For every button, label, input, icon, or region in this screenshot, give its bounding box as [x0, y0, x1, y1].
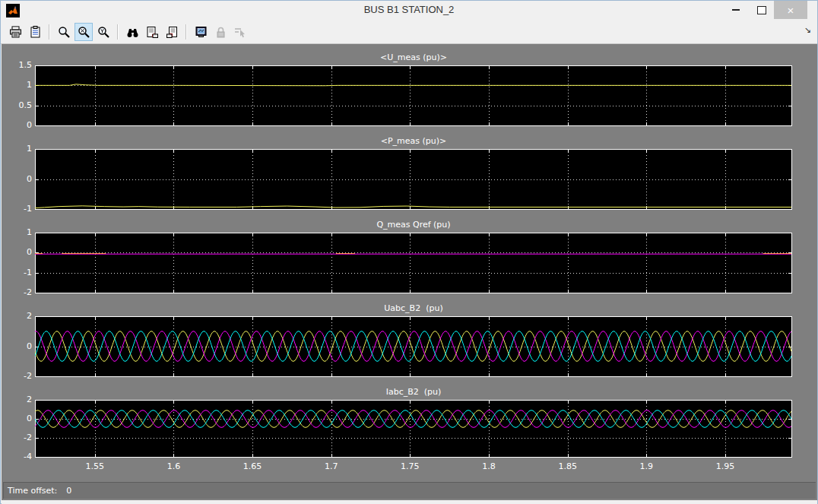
restore-axes-button[interactable]: [163, 23, 181, 41]
plot-canvas[interactable]: [35, 149, 792, 210]
y-tick-label: -2: [6, 287, 32, 297]
plot-canvas[interactable]: [35, 400, 792, 458]
plot-canvas[interactable]: [35, 65, 792, 126]
y-tick-label: 1: [6, 80, 32, 90]
signal-selection-button[interactable]: [231, 23, 249, 41]
zoom-x-button[interactable]: [75, 23, 93, 41]
window-title: BUS B1 STATION_2: [1, 4, 817, 15]
scope-plot-area: Time offset: 0 <U_meas (pu)>00.511.5<P_m…: [2, 44, 817, 500]
y-tick-label: 0: [6, 120, 32, 130]
save-axes-button[interactable]: [143, 23, 161, 41]
zoom-x-icon: [78, 26, 90, 39]
close-button[interactable]: ×: [774, 1, 807, 19]
plot-title: <P_meas (pu)>: [35, 136, 792, 146]
toolbar-separator: [117, 24, 119, 40]
y-tick-label: 0: [6, 341, 32, 351]
title-bar[interactable]: BUS B1 STATION_2 ×: [1, 1, 817, 21]
status-bar: Time offset: 0: [3, 482, 816, 499]
y-tick-label: 1: [6, 144, 32, 154]
y-tick-label: -2: [6, 433, 32, 442]
toolbar-overflow-icon[interactable]: ↘: [804, 25, 811, 35]
lock-icon: [214, 26, 227, 39]
y-tick-label: 2: [6, 311, 32, 321]
plot-canvas[interactable]: [35, 233, 792, 293]
scope-toolbar: [1, 21, 817, 44]
plot-title: Uabc_B2 (pu): [35, 303, 792, 313]
x-tick-label: 1.65: [236, 461, 269, 471]
y-tick-label: 0: [6, 174, 32, 184]
close-icon: ×: [788, 4, 794, 17]
restore-axes-icon: [166, 26, 179, 39]
time-offset-label: Time offset:: [8, 486, 57, 496]
autoscale-button[interactable]: [123, 23, 141, 41]
window-bottom-frame: [2, 500, 817, 504]
time-offset-value: 0: [66, 486, 71, 496]
signal-selection-icon: [234, 26, 247, 39]
binoculars-icon: [126, 26, 139, 39]
plot-title: Iabc_B2 (pu): [35, 387, 792, 397]
x-tick-label: 1.85: [551, 461, 585, 471]
plot-title: <U_meas (pu)>: [35, 52, 792, 62]
y-tick-label: 1: [6, 227, 32, 237]
parameters-icon: [29, 26, 42, 39]
maximize-button[interactable]: [750, 1, 773, 19]
minimize-icon: [732, 9, 740, 11]
maximize-icon: [757, 6, 766, 14]
plot-title: Q_meas Qref (pu): [35, 220, 792, 230]
printer-icon: [9, 26, 22, 39]
y-tick-label: -2: [6, 371, 32, 381]
print-button[interactable]: [6, 23, 24, 41]
y-tick-label: 0.5: [6, 100, 32, 110]
zoom-y-icon: [97, 26, 110, 39]
y-tick-label: 0: [6, 414, 32, 423]
x-tick-label: 1.8: [472, 461, 506, 471]
x-tick-label: 1.6: [157, 461, 190, 471]
save-axes-icon: [146, 26, 159, 39]
zoom-button[interactable]: [55, 23, 73, 41]
scope-window: BUS B1 STATION_2 ×: [0, 0, 818, 504]
y-tick-label: -4: [6, 452, 32, 461]
y-tick-label: -1: [6, 204, 32, 214]
y-tick-label: -1: [6, 268, 32, 277]
toolbar-separator: [185, 24, 187, 40]
x-tick-label: 1.55: [78, 461, 112, 471]
plot-canvas[interactable]: [35, 316, 792, 377]
floating-scope-button[interactable]: [192, 23, 210, 41]
floating-scope-icon: [195, 26, 208, 39]
y-tick-label: 1.5: [6, 60, 32, 70]
zoom-icon: [58, 26, 71, 39]
x-tick-label: 1.75: [393, 461, 426, 471]
toolbar-separator: [49, 24, 50, 40]
x-tick-label: 1.7: [315, 461, 348, 471]
x-tick-label: 1.95: [709, 461, 742, 471]
y-tick-label: 2: [6, 395, 32, 404]
minimize-button[interactable]: [724, 1, 747, 19]
parameters-button[interactable]: [26, 23, 44, 41]
zoom-y-button[interactable]: [94, 23, 113, 41]
lock-axes-button[interactable]: [211, 23, 230, 41]
x-tick-label: 1.9: [629, 461, 663, 471]
y-tick-label: 0: [6, 247, 32, 257]
